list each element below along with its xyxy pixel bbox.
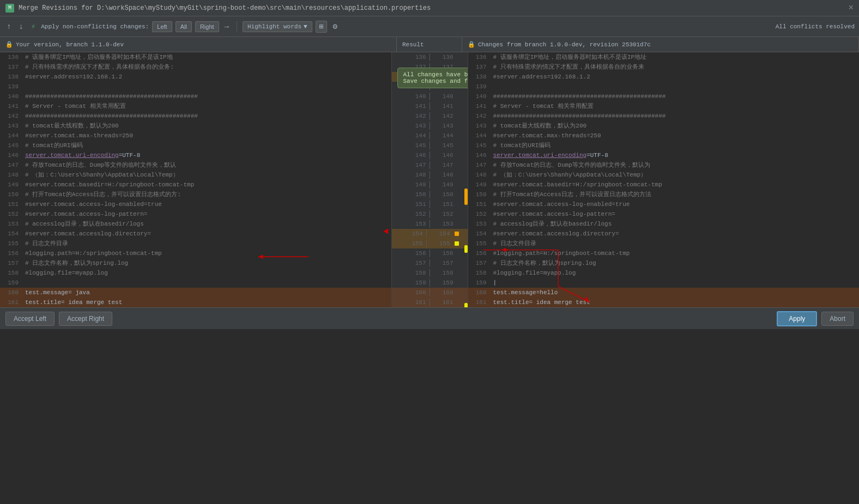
table-row: 136# 该服务绑定IP地址，启动服务器时如本机不是该IP地址 xyxy=(468,52,860,62)
apply-non-conflicting-label: Apply non-conflicting changes: xyxy=(41,23,149,30)
table-row: 140#####################################… xyxy=(0,92,391,101)
panes-header: 🔒 Your version, branch 1.1.0-dev Result … xyxy=(0,37,859,52)
right-pane-header: 🔒 Changes from branch 1.0.0-dev, revisio… xyxy=(462,37,859,52)
table-row: 138#server.address=192.168.1.2 xyxy=(468,72,860,82)
toolbar: ↑ ↓ ⚡ Apply non-conflicting changes: Lef… xyxy=(0,16,859,37)
list-item: 161161 xyxy=(392,297,468,307)
panes-container: 136# 该服务绑定IP地址，启动服务器时如本机不是该IP地 137# 只有特殊… xyxy=(0,52,859,307)
tooltip-line2: Save changes and finish merging xyxy=(403,78,468,84)
bottom-bar: Accept Left Accept Right Apply Abort xyxy=(0,307,859,329)
table-row: 147# 存放Tomcat的日志、Dump等文件的临时文件夹，默认为 xyxy=(468,160,860,170)
title-bar: M Merge Revisions for D:\workSpace\myStu… xyxy=(0,0,859,16)
table-row: 153# accesslog目录，默认在basedir/logs xyxy=(468,219,860,229)
result-pane: 136136 137137 138138 139139 140140 14114… xyxy=(392,52,468,307)
left-lock-icon: 🔒 xyxy=(5,41,13,48)
all-conflicts-resolved-status: All conflicts resolved xyxy=(776,23,855,30)
tooltip-line1: All changes have been processed. xyxy=(403,71,468,78)
table-row: 143# tomcat最大线程数，默认为200 xyxy=(0,121,391,131)
table-row: 160test.message= java xyxy=(0,288,391,297)
list-item: 141141 xyxy=(392,101,468,111)
apply-button[interactable]: Apply xyxy=(777,311,817,326)
dropdown-arrow-icon: ▼ xyxy=(304,23,307,30)
left-pane-title: Your version, branch 1.1.0-dev xyxy=(16,41,124,48)
table-row: 153# accesslog目录，默认在basedir/logs xyxy=(0,219,391,229)
list-item: 148148 xyxy=(392,170,468,180)
result-line-numbers: 136136 137137 138138 139139 140140 14114… xyxy=(392,52,468,307)
list-item: 156156 xyxy=(392,248,468,258)
table-row: 145# tomcat的URI编码 xyxy=(468,141,860,150)
table-row: 156#logging.path=H:/springboot-tomcat-tm… xyxy=(468,248,860,258)
grid-icon[interactable]: ⊞ xyxy=(316,21,328,33)
list-item: 159159 xyxy=(392,278,468,288)
list-item: 155155 xyxy=(392,239,468,248)
table-row: 138#server.address=192.168.1.2 xyxy=(0,72,391,82)
scroll-indicator-2 xyxy=(464,303,468,307)
settings-gear-icon[interactable]: ⚙ xyxy=(330,21,339,32)
table-row: 142#####################################… xyxy=(0,111,391,121)
accept-left-button[interactable]: Accept Left xyxy=(5,312,55,326)
table-row: 149#server.tomcat.basedir=H:/springboot-… xyxy=(468,180,860,190)
table-row: 143# tomcat最大线程数，默认为200 xyxy=(468,121,860,131)
left-pane: 136# 该服务绑定IP地址，启动服务器时如本机不是该IP地 137# 只有特殊… xyxy=(0,52,392,307)
list-item: 157157 xyxy=(392,258,468,268)
list-item: 146146 xyxy=(392,150,468,160)
list-item: 140140 xyxy=(392,92,468,101)
table-row: 158#logging.file=myapp.log xyxy=(468,268,860,278)
table-row: 147# 存放Tomcat的日志、Dump等文件的临时文件夹，默认 xyxy=(0,160,391,170)
table-row: 158#logging.file=myapp.log xyxy=(0,268,391,278)
list-item: 154154 xyxy=(392,229,468,239)
table-row: 144#server.tomcat.max-threads=250 xyxy=(0,131,391,141)
list-item: 147147 xyxy=(392,160,468,170)
right-lock-icon: 🔒 xyxy=(468,41,475,48)
highlight-words-dropdown[interactable]: Highlight words ▼ xyxy=(243,21,312,32)
table-row: 159 xyxy=(0,278,391,288)
accept-right-button[interactable]: Accept Right xyxy=(59,312,112,326)
scroll-indicator-4 xyxy=(464,245,468,253)
table-row: 149#server.tomcat.basedir=H:/springboot-… xyxy=(0,180,391,190)
apply-all-button[interactable]: All xyxy=(176,21,192,32)
magic-button[interactable]: ⚡ xyxy=(29,21,38,32)
list-item: 151151 xyxy=(392,199,468,209)
table-row: 145# tomcat的URI编码 xyxy=(0,141,391,150)
table-row: 140#####################################… xyxy=(468,92,860,101)
list-item: 153153 xyxy=(392,219,468,229)
table-row: 152#server.tomcat.access-log-pattern= xyxy=(0,209,391,219)
list-item: 145145 xyxy=(392,141,468,150)
table-row: 161test.title= idea merge test xyxy=(0,297,391,307)
table-row: 161test.title= idea merge test xyxy=(468,297,860,307)
table-row: 146server.tomcat.uri-encoding=UTF-8 xyxy=(0,150,391,160)
list-item: 149149 xyxy=(392,180,468,190)
list-item: 160160 xyxy=(392,288,468,297)
table-row: 139 xyxy=(0,82,391,92)
right-code-content: 136# 该服务绑定IP地址，启动服务器时如本机不是该IP地址 137# 只有特… xyxy=(468,52,860,307)
left-code-content: 136# 该服务绑定IP地址，启动服务器时如本机不是该IP地 137# 只有特殊… xyxy=(0,52,391,307)
table-row: 150# 打开Tomcat的Access日志，并可以设置日志格式的方: xyxy=(0,190,391,199)
table-row: 157# 日志文件名称，默认为spring.log xyxy=(0,258,391,268)
table-row: 151#server.tomcat.access-log-enabled=tru… xyxy=(468,199,860,209)
list-item: 136136 xyxy=(392,52,468,62)
table-row: 157# 日志文件名称，默认为spring.log xyxy=(468,258,860,268)
table-row: 160test.message=hello xyxy=(468,288,860,297)
table-row: 137# 只有特殊需求的情况下才配置，具体根据各自的业务来 xyxy=(468,62,860,72)
table-row: 137# 只有特殊需求的情况下才配置，具体根据各自的业务: xyxy=(0,62,391,72)
table-row: 142#####################################… xyxy=(468,111,860,121)
apply-right-button[interactable]: Right xyxy=(195,21,219,32)
table-row: 154#server.tomcat.accesslog.directory= xyxy=(0,229,391,239)
list-item: 142142 xyxy=(392,111,468,121)
abort-button[interactable]: Abort xyxy=(821,312,854,326)
next-conflict-button[interactable]: ↓ xyxy=(16,21,25,32)
apply-left-button[interactable]: Left xyxy=(152,21,172,32)
table-row: 148# （如：C:\Users\Shanhy\AppData\Local\Te… xyxy=(0,170,391,180)
list-item: 152152 xyxy=(392,209,468,219)
scroll-indicator-1 xyxy=(464,189,468,205)
prev-conflict-button[interactable]: ↑ xyxy=(4,21,13,32)
left-pane-header: 🔒 Your version, branch 1.1.0-dev xyxy=(0,37,397,52)
list-item: 143143 xyxy=(392,121,468,131)
list-item: 150150 xyxy=(392,190,468,199)
left-arrow-indicator: ◄ xyxy=(383,227,389,236)
list-item: 158158 xyxy=(392,268,468,278)
close-button[interactable]: × xyxy=(848,3,854,13)
table-row: 141# Server - tomcat 相关常用配置 xyxy=(468,101,860,111)
table-row: 152#server.tomcat.access-log-pattern= xyxy=(468,209,860,219)
right-pane: 136# 该服务绑定IP地址，启动服务器时如本机不是该IP地址 137# 只有特… xyxy=(468,52,860,307)
